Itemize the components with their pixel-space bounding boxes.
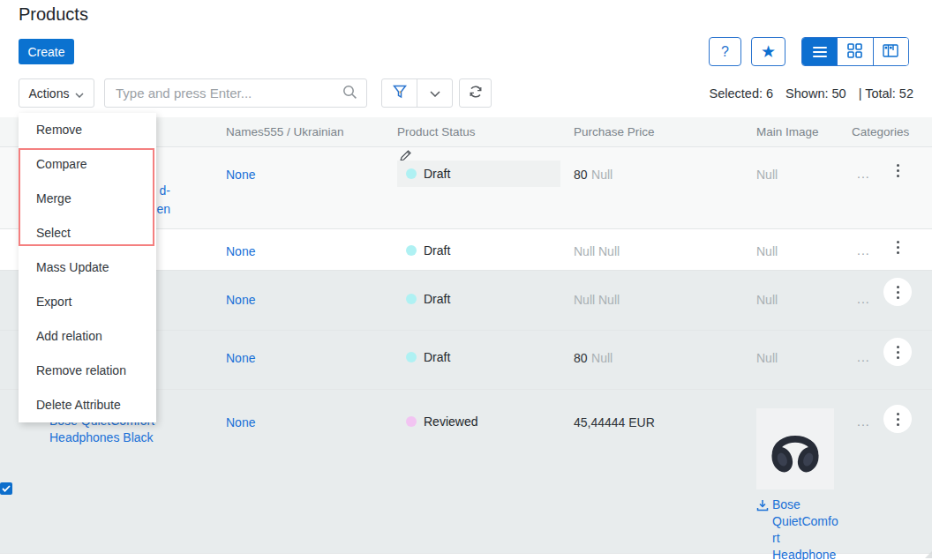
status-inline-edit[interactable]: Draft [397,161,560,187]
names555-cell: None [221,271,397,330]
page-title: Products [19,4,88,25]
names555-link[interactable]: None [226,415,255,429]
kebab-icon [897,413,899,426]
product-status-cell: Reviewed [397,390,574,553]
product-image-thumbnail[interactable] [756,408,834,489]
menu-item-remove[interactable]: Remove [19,113,156,147]
question-mark-icon: ? [721,44,729,60]
status-dot [406,245,417,256]
main-image-cell: Null [749,147,852,228]
purchase-price-cell: 80 Null [574,331,749,389]
names555-cell: None [221,331,397,389]
categories-cell: ... [852,331,913,389]
names555-link[interactable]: None [226,168,255,182]
status-dot [406,416,417,427]
kebab-icon [897,346,899,359]
product-status-cell: Draft [397,271,574,330]
header-main-image[interactable]: Main Image [749,125,852,138]
search-input[interactable] [105,86,333,101]
purchase-price-cell: 45,44444 EUR [574,390,749,553]
chevron-down-icon [430,86,440,100]
menu-item-remove-relation[interactable]: Remove relation [19,354,156,388]
search-icon [342,85,357,102]
kanban-view-button[interactable] [873,38,908,65]
status-dot [406,168,417,179]
search-submit-button[interactable] [333,79,366,107]
menu-item-export[interactable]: Export [19,285,156,319]
kebab-icon [897,164,899,177]
categories-cell: ... [852,229,913,270]
header-product-status[interactable]: Product Status [397,125,574,138]
status-dot [406,352,417,362]
status-dot [406,294,417,304]
filter-button[interactable] [382,79,417,107]
product-status-cell: Draft [397,147,574,228]
product-status-cell: Draft [397,331,574,389]
headphones-image [762,415,829,482]
menu-item-delete-attribute[interactable]: Delete Attribute [19,388,156,422]
image-file-link[interactable]: Bose QuietComfort Headphones Black-1.png [756,497,839,560]
chevron-down-icon [75,86,84,101]
row-menu-button[interactable] [883,405,912,433]
main-image-cell: Bose QuietComfort Headphones Black-1.png [749,390,852,553]
refresh-icon [469,85,483,101]
categories-more[interactable]: ... [852,271,870,306]
grid-view-icon [847,43,862,61]
main-image-cell: Null [749,271,852,330]
shown-count: Shown: 50 [785,86,846,101]
list-view-button[interactable] [802,38,837,65]
purchase-price-cell: Null Null [574,229,749,270]
row-menu-button[interactable] [889,233,906,261]
categories-cell: ... [852,390,913,553]
filter-group [381,78,453,108]
row-menu-button[interactable] [883,338,912,366]
kebab-icon [897,286,899,299]
names555-cell: None [221,390,397,553]
help-button[interactable]: ? [709,37,741,66]
categories-more[interactable]: ... [852,147,870,181]
products-list-page: Products Create ? ★ [0,0,932,560]
row-checkbox[interactable] [0,482,12,495]
selected-count: Selected: 6 [710,86,774,101]
row-menu-button[interactable] [889,156,906,184]
menu-item-mass-update[interactable]: Mass Update [19,250,156,285]
categories-cell: ... [852,271,913,330]
menu-item-compare[interactable]: Compare [19,147,156,182]
main-image-cell: Null [749,331,852,389]
grid-view-button[interactable] [837,38,872,65]
menu-item-add-relation[interactable]: Add relation [19,319,156,354]
kebab-icon [897,241,899,254]
categories-more[interactable]: ... [852,229,870,258]
header-categories[interactable]: Categories [852,125,913,138]
names555-link[interactable]: None [226,351,255,365]
row-menu-button[interactable] [883,278,912,306]
categories-more[interactable]: ... [852,331,870,364]
menu-item-merge[interactable]: Merge [19,182,156,216]
names555-cell: None [221,229,397,270]
refresh-button[interactable] [459,78,492,108]
categories-cell: ... [852,147,913,228]
names555-link[interactable]: None [226,293,255,307]
menu-item-select[interactable]: Select [19,216,156,250]
actions-dropdown-button[interactable]: Actions [19,78,94,108]
view-mode-toggle [801,37,909,66]
categories-more[interactable]: ... [852,390,870,429]
purchase-price-cell: 80 Null [574,147,749,228]
list-view-icon [813,47,827,57]
purchase-price-cell: Null Null [574,271,749,330]
favorites-button[interactable]: ★ [751,37,785,66]
star-icon: ★ [761,43,776,60]
total-count: | Total: 52 [859,86,913,101]
funnel-icon [393,85,407,101]
header-purchase-price[interactable]: Purchase Price [574,125,749,138]
create-button[interactable]: Create [19,39,74,64]
header-names555[interactable]: Names555 / Ukrainian [221,125,397,138]
kanban-view-icon [883,44,898,60]
scroll-corner [925,546,932,558]
names555-cell: None [221,147,397,228]
actions-dropdown-menu: Remove Compare Merge Select Mass Update … [19,113,156,422]
filter-dropdown-button[interactable] [417,79,452,107]
download-icon [756,499,769,560]
search-box [104,78,367,108]
names555-link[interactable]: None [226,244,255,258]
